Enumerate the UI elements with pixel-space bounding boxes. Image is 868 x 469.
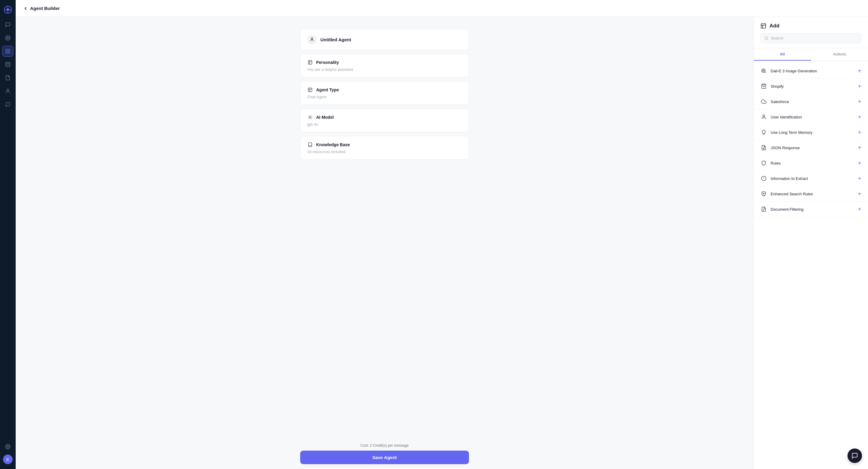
search-rules-icon — [761, 190, 767, 197]
agent-type-card[interactable]: Agent Type Chat Agent — [300, 81, 469, 105]
json-label: JSON Response — [771, 146, 800, 150]
sidebar-item-database[interactable] — [2, 59, 13, 70]
sidebar-item-bubble[interactable] — [2, 99, 13, 110]
bottom-bar: Cost: 2 Credit(s) per message Save Agent — [16, 439, 753, 469]
search-rules-label: Enhanced Search Rules — [771, 192, 813, 196]
add-plus-extract[interactable]: + — [858, 176, 861, 182]
personality-title: Personality — [316, 60, 339, 65]
page-title: Agent Builder — [30, 6, 60, 11]
svg-point-14 — [311, 38, 313, 39]
add-plus-memory[interactable]: + — [858, 129, 861, 135]
svg-line-26 — [767, 39, 768, 40]
sidebar-logo[interactable] — [3, 5, 13, 14]
agent-name-text: Untitled Agent — [320, 37, 351, 42]
sidebar-bottom: C — [2, 441, 13, 464]
personality-card[interactable]: Personality You are a helpful assistant. — [300, 54, 469, 77]
add-item-rules[interactable]: Rules + — [754, 156, 868, 171]
add-item-json[interactable]: JSON Response + — [754, 140, 868, 156]
add-plus-rules[interactable]: + — [858, 160, 861, 166]
add-plus-dalle[interactable]: + — [858, 68, 861, 74]
agent-type-value: Chat Agent — [307, 95, 462, 99]
shopify-label: Shopify — [771, 84, 784, 89]
svg-point-1 — [6, 8, 9, 11]
sidebar-item-document[interactable] — [2, 72, 13, 83]
shopify-icon — [761, 83, 767, 90]
sidebar-settings-bottom[interactable] — [2, 441, 13, 452]
add-item-search-rules[interactable]: Enhanced Search Rules + — [754, 186, 868, 201]
svg-rect-18 — [308, 88, 312, 92]
sidebar-item-settings[interactable] — [2, 33, 13, 43]
ai-model-header: AI Model — [307, 114, 462, 120]
agent-type-icon — [307, 87, 313, 93]
doc-filter-icon — [761, 206, 767, 213]
search-input[interactable] — [771, 36, 858, 40]
add-plus-search-rules[interactable]: + — [858, 191, 861, 197]
knowledge-base-card[interactable]: Knowledge Base All resources included — [300, 136, 469, 160]
ai-model-card[interactable]: AI Model gpt-4o — [300, 108, 469, 132]
add-plus-user-id[interactable]: + — [858, 114, 861, 120]
svg-line-29 — [765, 72, 766, 73]
chat-bubble[interactable] — [847, 448, 862, 463]
add-item-dalle[interactable]: Dall-E 3 Image Generation + — [754, 63, 868, 79]
add-plus-json[interactable]: + — [858, 145, 861, 151]
add-plus-salesforce[interactable]: + — [858, 99, 861, 104]
right-panel-title-text: Add — [770, 23, 779, 29]
save-agent-button[interactable]: Save Agent — [300, 450, 469, 464]
svg-point-27 — [762, 69, 765, 72]
knowledge-base-header: Knowledge Base — [307, 142, 462, 148]
content-area: Untitled Agent Personality You are a hel… — [16, 17, 868, 469]
add-plus-doc-filter[interactable]: + — [858, 206, 861, 212]
knowledge-base-title: Knowledge Base — [316, 142, 350, 147]
topbar: Agent Builder — [16, 0, 868, 17]
personality-value: You are a helpful assistant. — [307, 67, 462, 72]
add-item-extract[interactable]: Information to Extract + — [754, 171, 868, 186]
agent-type-title: Agent Type — [316, 87, 339, 92]
svg-rect-15 — [308, 61, 312, 64]
svg-point-28 — [763, 70, 764, 71]
add-plus-shopify[interactable]: + — [858, 83, 861, 89]
svg-point-31 — [763, 115, 765, 117]
chat-bubble-icon — [851, 452, 858, 459]
cost-text: Cost: 2 Credit(s) per message — [361, 443, 409, 447]
user-id-icon — [761, 114, 767, 120]
sidebar-item-person[interactable] — [2, 86, 13, 96]
add-item-doc-filter[interactable]: Document Filtering + — [754, 201, 868, 217]
ai-model-icon — [307, 114, 313, 120]
svg-point-21 — [310, 117, 311, 118]
user-id-label: User Identification — [771, 115, 802, 119]
tabs: All Actions — [754, 48, 868, 61]
doc-filter-label: Document Filtering — [771, 207, 804, 212]
search-box[interactable] — [761, 33, 861, 43]
ai-model-title: AI Model — [316, 115, 334, 120]
svg-rect-7 — [6, 49, 7, 51]
svg-rect-10 — [8, 52, 10, 53]
knowledge-base-value: All resources included — [307, 150, 462, 154]
agent-icon — [307, 35, 317, 44]
personality-header: Personality — [307, 59, 462, 65]
right-panel: Add All Actions Dall-E — [753, 17, 868, 469]
rules-label: Rules — [771, 161, 781, 165]
agent-name-card[interactable]: Untitled Agent — [300, 29, 469, 50]
add-panel-icon — [761, 23, 767, 29]
add-item-user-id[interactable]: User Identification + — [754, 110, 868, 125]
personality-icon — [307, 59, 313, 65]
add-item-memory[interactable]: Use Long Term Memory + — [754, 125, 868, 140]
back-button[interactable]: Agent Builder — [23, 6, 60, 11]
agent-type-header: Agent Type — [307, 87, 462, 93]
tab-all[interactable]: All — [754, 48, 811, 61]
sidebar-item-chat[interactable] — [2, 19, 13, 30]
svg-rect-9 — [6, 52, 7, 53]
add-items-list: Dall-E 3 Image Generation + Shopify + — [754, 61, 868, 469]
json-icon — [761, 145, 767, 151]
sidebar-item-grid[interactable] — [2, 46, 13, 57]
add-item-salesforce[interactable]: Salesforce + — [754, 94, 868, 110]
agent-cards: Untitled Agent Personality You are a hel… — [300, 29, 469, 160]
tab-actions[interactable]: Actions — [811, 48, 868, 61]
add-item-shopify[interactable]: Shopify + — [754, 79, 868, 94]
memory-label: Use Long Term Memory — [771, 130, 812, 135]
rules-icon — [761, 160, 767, 166]
svg-rect-22 — [761, 24, 766, 28]
svg-rect-8 — [8, 49, 10, 51]
user-avatar[interactable]: C — [3, 455, 13, 464]
ai-model-value: gpt-4o — [307, 122, 462, 127]
